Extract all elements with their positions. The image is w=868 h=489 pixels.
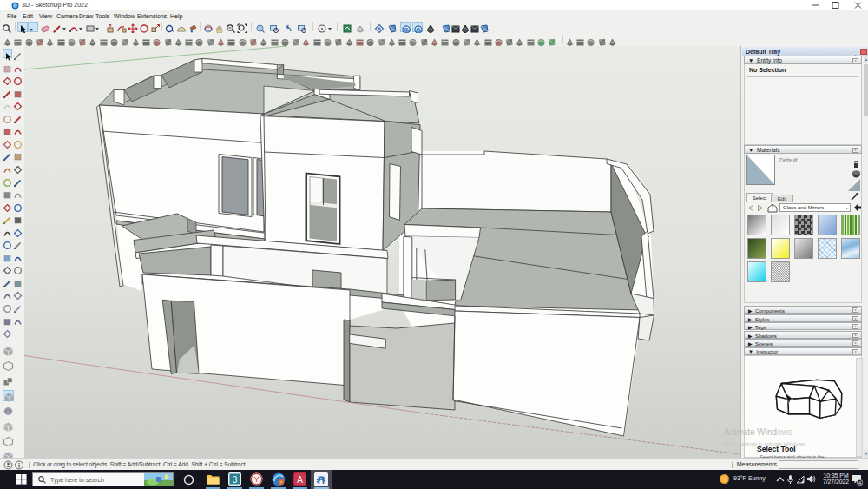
svg-text:Y: Y: [253, 475, 259, 484]
svg-text:3: 3: [233, 475, 238, 485]
svg-text:A: A: [297, 475, 303, 485]
svg-text:4: 4: [858, 480, 861, 486]
